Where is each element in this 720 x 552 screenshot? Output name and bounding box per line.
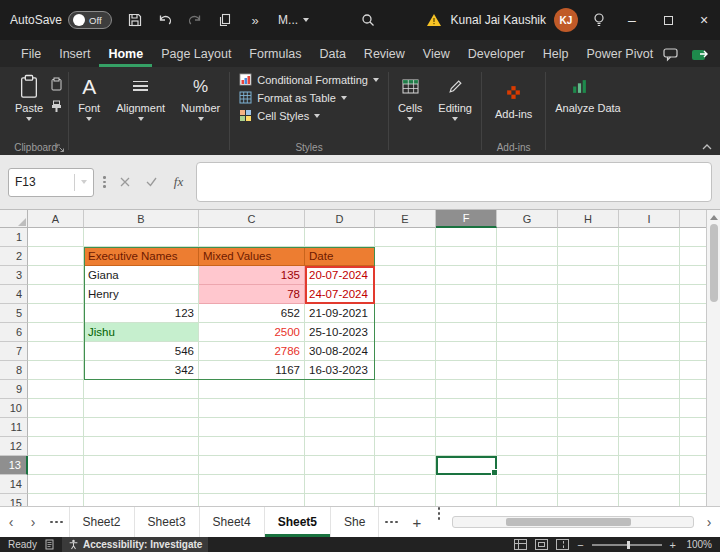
cell-x2[interactable] bbox=[680, 247, 707, 266]
autosave-switch[interactable]: Off bbox=[68, 11, 112, 29]
cell-B4[interactable]: Henry bbox=[84, 285, 199, 304]
maximize-button[interactable] bbox=[652, 0, 684, 40]
cell-F2[interactable] bbox=[436, 247, 497, 266]
cell-G5[interactable] bbox=[497, 304, 558, 323]
cell-A7[interactable] bbox=[28, 342, 84, 361]
cell-E5[interactable] bbox=[375, 304, 436, 323]
cell-F1[interactable] bbox=[436, 228, 497, 247]
cell-A12[interactable] bbox=[28, 437, 84, 456]
name-box[interactable]: F13 bbox=[8, 168, 94, 197]
insert-function-icon[interactable]: fx bbox=[169, 171, 189, 193]
cell-C4[interactable]: 78 bbox=[199, 285, 305, 304]
cell-H9[interactable] bbox=[558, 380, 619, 399]
cell-D4[interactable]: 24-07-2024 bbox=[305, 285, 375, 304]
cell-I14[interactable] bbox=[619, 475, 680, 494]
column-header-B[interactable]: B bbox=[84, 210, 199, 228]
cell-x15[interactable] bbox=[680, 494, 707, 506]
cell-x14[interactable] bbox=[680, 475, 707, 494]
sheet-tab-she[interactable]: She bbox=[331, 507, 379, 537]
row-header-2[interactable]: 2 bbox=[0, 247, 28, 266]
cell-A1[interactable] bbox=[28, 228, 84, 247]
cell-x5[interactable] bbox=[680, 304, 707, 323]
cell-H6[interactable] bbox=[558, 323, 619, 342]
analyze-data-button[interactable]: Analyze Data bbox=[547, 67, 611, 155]
cell-E9[interactable] bbox=[375, 380, 436, 399]
cell-I5[interactable] bbox=[619, 304, 680, 323]
cell-D14[interactable] bbox=[305, 475, 375, 494]
cell-G12[interactable] bbox=[497, 437, 558, 456]
cell-B10[interactable] bbox=[84, 399, 199, 418]
lightbulb-icon[interactable] bbox=[586, 5, 612, 35]
cell-E8[interactable] bbox=[375, 361, 436, 380]
cell-E14[interactable] bbox=[375, 475, 436, 494]
cell-A14[interactable] bbox=[28, 475, 84, 494]
cell-G14[interactable] bbox=[497, 475, 558, 494]
cell-I9[interactable] bbox=[619, 380, 680, 399]
cell-B9[interactable] bbox=[84, 380, 199, 399]
horizontal-scroll-thumb[interactable] bbox=[506, 518, 631, 526]
cell-B2[interactable]: Executive Names bbox=[84, 247, 199, 266]
cell-H7[interactable] bbox=[558, 342, 619, 361]
cell-F14[interactable] bbox=[436, 475, 497, 494]
cell-I7[interactable] bbox=[619, 342, 680, 361]
sheet-tab-sheet3[interactable]: Sheet3 bbox=[135, 507, 200, 537]
column-header-E[interactable]: E bbox=[375, 210, 436, 228]
row-header-8[interactable]: 8 bbox=[0, 361, 28, 380]
cell-x10[interactable] bbox=[680, 399, 707, 418]
formula-input[interactable] bbox=[196, 162, 713, 202]
cell-x7[interactable] bbox=[680, 342, 707, 361]
cell-H4[interactable] bbox=[558, 285, 619, 304]
sheet-tab-sheet2[interactable]: Sheet2 bbox=[69, 507, 135, 537]
font-group-button[interactable]: A Font bbox=[70, 67, 108, 155]
cell-C6[interactable]: 2500 bbox=[199, 323, 305, 342]
cell-B6[interactable]: Jishu bbox=[84, 323, 199, 342]
row-header-7[interactable]: 7 bbox=[0, 342, 28, 361]
cell-F8[interactable] bbox=[436, 361, 497, 380]
cell-D3[interactable]: 20-07-2024 bbox=[305, 266, 375, 285]
copy-icon[interactable] bbox=[212, 5, 238, 35]
cell-C7[interactable]: 2786 bbox=[199, 342, 305, 361]
clipboard-dialog-launcher[interactable] bbox=[56, 144, 65, 153]
cell-G9[interactable] bbox=[497, 380, 558, 399]
cell-x8[interactable] bbox=[680, 361, 707, 380]
cell-x13[interactable] bbox=[680, 456, 707, 475]
cell-E1[interactable] bbox=[375, 228, 436, 247]
cell-C3[interactable]: 135 bbox=[199, 266, 305, 285]
cell-D15[interactable] bbox=[305, 494, 375, 506]
menu-tab-page-layout[interactable]: Page Layout bbox=[152, 40, 240, 67]
cell-H5[interactable] bbox=[558, 304, 619, 323]
cell-A5[interactable] bbox=[28, 304, 84, 323]
cell-D12[interactable] bbox=[305, 437, 375, 456]
cell-F10[interactable] bbox=[436, 399, 497, 418]
cell-D13[interactable] bbox=[305, 456, 375, 475]
row-header-10[interactable]: 10 bbox=[0, 399, 28, 418]
page-layout-view-icon[interactable] bbox=[535, 539, 548, 550]
page-break-view-icon[interactable] bbox=[556, 539, 569, 550]
row-header-12[interactable]: 12 bbox=[0, 437, 28, 456]
paste-special-icon[interactable] bbox=[50, 77, 63, 91]
cell-E15[interactable] bbox=[375, 494, 436, 506]
cell-E11[interactable] bbox=[375, 418, 436, 437]
menu-tab-help[interactable]: Help bbox=[534, 40, 578, 67]
menu-tab-insert[interactable]: Insert bbox=[50, 40, 99, 67]
cell-H10[interactable] bbox=[558, 399, 619, 418]
menu-tab-developer[interactable]: Developer bbox=[459, 40, 534, 67]
cell-F12[interactable] bbox=[436, 437, 497, 456]
cell-I10[interactable] bbox=[619, 399, 680, 418]
menu-tab-view[interactable]: View bbox=[414, 40, 459, 67]
column-header-C[interactable]: C bbox=[199, 210, 305, 228]
cell-A3[interactable] bbox=[28, 266, 84, 285]
cell-x3[interactable] bbox=[680, 266, 707, 285]
menu-tab-review[interactable]: Review bbox=[355, 40, 414, 67]
cell-B3[interactable]: Giana bbox=[84, 266, 199, 285]
cell-G11[interactable] bbox=[497, 418, 558, 437]
cell-C15[interactable] bbox=[199, 494, 305, 506]
cell-H2[interactable] bbox=[558, 247, 619, 266]
more-sheets-icon[interactable] bbox=[379, 507, 404, 537]
search-icon[interactable] bbox=[355, 5, 381, 35]
cell-C1[interactable] bbox=[199, 228, 305, 247]
cell-x12[interactable] bbox=[680, 437, 707, 456]
cell-D2[interactable]: Date bbox=[305, 247, 375, 266]
cell-E6[interactable] bbox=[375, 323, 436, 342]
row-header-6[interactable]: 6 bbox=[0, 323, 28, 342]
